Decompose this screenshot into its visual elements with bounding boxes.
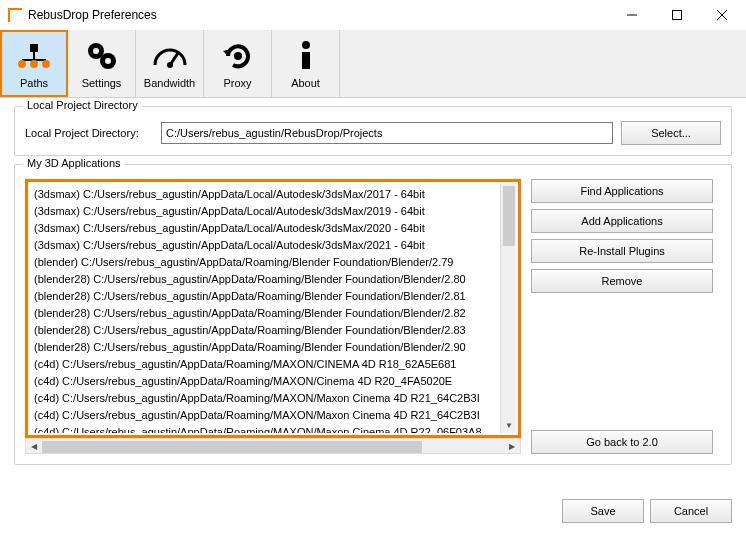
save-button[interactable]: Save	[562, 499, 644, 523]
tab-bandwidth[interactable]: Bandwidth	[136, 30, 204, 97]
add-applications-button[interactable]: Add Applications	[531, 209, 713, 233]
select-directory-button[interactable]: Select...	[621, 121, 721, 145]
applications-list[interactable]: (3dsmax) C:/Users/rebus_agustin/AppData/…	[30, 184, 516, 433]
svg-point-18	[302, 41, 310, 49]
tab-about-label: About	[291, 77, 320, 89]
list-item[interactable]: (blender28) C:/Users/rebus_agustin/AppDa…	[32, 305, 514, 322]
about-icon	[299, 39, 313, 73]
content: Local Project Directory Local Project Di…	[0, 98, 746, 483]
list-item[interactable]: (blender28) C:/Users/rebus_agustin/AppDa…	[32, 288, 514, 305]
svg-point-15	[167, 62, 173, 68]
proxy-icon	[223, 39, 253, 73]
scroll-thumb[interactable]	[503, 186, 515, 246]
list-item[interactable]: (3dsmax) C:/Users/rebus_agustin/AppData/…	[32, 220, 514, 237]
list-item[interactable]: (3dsmax) C:/Users/rebus_agustin/AppData/…	[32, 237, 514, 254]
list-item[interactable]: (blender) C:/Users/rebus_agustin/AppData…	[32, 254, 514, 271]
bandwidth-icon	[153, 39, 187, 73]
window-controls	[609, 0, 744, 30]
local-project-directory-input[interactable]	[161, 122, 613, 144]
my-3d-applications-group: My 3D Applications (3dsmax) C:/Users/reb…	[14, 164, 732, 465]
svg-point-12	[93, 48, 99, 54]
list-item[interactable]: (blender28) C:/Users/rebus_agustin/AppDa…	[32, 271, 514, 288]
svg-point-17	[234, 52, 242, 60]
applications-buttons: Find Applications Add Applications Re-In…	[531, 179, 713, 454]
window-title: RebusDrop Preferences	[28, 8, 609, 22]
scroll-down-icon[interactable]: ▼	[501, 417, 516, 433]
cancel-button[interactable]: Cancel	[650, 499, 732, 523]
hscroll-thumb[interactable]	[42, 441, 422, 453]
scroll-right-icon[interactable]: ▶	[504, 442, 520, 451]
svg-point-8	[30, 60, 38, 68]
tab-bandwidth-label: Bandwidth	[144, 77, 195, 89]
list-item[interactable]: (c4d) C:/Users/rebus_agustin/AppData/Roa…	[32, 390, 514, 407]
remove-button[interactable]: Remove	[531, 269, 713, 293]
tab-about[interactable]: About	[272, 30, 340, 97]
svg-point-9	[42, 60, 50, 68]
list-item[interactable]: (blender28) C:/Users/rebus_agustin/AppDa…	[32, 339, 514, 356]
list-item[interactable]: (c4d) C:/Users/rebus_agustin/AppData/Roa…	[32, 407, 514, 424]
list-item[interactable]: (c4d) C:/Users/rebus_agustin/AppData/Roa…	[32, 424, 514, 433]
footer: Save Cancel	[562, 499, 732, 523]
close-button[interactable]	[699, 0, 744, 30]
tab-proxy-label: Proxy	[223, 77, 251, 89]
horizontal-scrollbar[interactable]: ◀ ▶	[25, 438, 521, 454]
tab-settings-label: Settings	[82, 77, 122, 89]
scroll-left-icon[interactable]: ◀	[26, 442, 42, 451]
tab-paths-label: Paths	[20, 77, 48, 89]
settings-icon	[86, 39, 118, 73]
local-project-directory-label: Local Project Directory:	[25, 127, 153, 139]
minimize-button[interactable]	[609, 0, 654, 30]
tab-proxy[interactable]: Proxy	[204, 30, 272, 97]
svg-point-7	[18, 60, 26, 68]
group-title: My 3D Applications	[23, 157, 125, 169]
svg-rect-19	[302, 52, 310, 69]
maximize-button[interactable]	[654, 0, 699, 30]
app-icon	[8, 8, 22, 22]
find-applications-button[interactable]: Find Applications	[531, 179, 713, 203]
svg-rect-1	[672, 11, 681, 20]
toolbar: Paths Settings Bandwidth Proxy About	[0, 30, 746, 98]
tab-paths[interactable]: Paths	[0, 30, 68, 97]
local-project-directory-group: Local Project Directory Local Project Di…	[14, 106, 732, 156]
vertical-scrollbar[interactable]: ▲ ▼	[500, 184, 516, 433]
tab-settings[interactable]: Settings	[68, 30, 136, 97]
list-item[interactable]: (3dsmax) C:/Users/rebus_agustin/AppData/…	[32, 203, 514, 220]
reinstall-plugins-button[interactable]: Re-Install Plugins	[531, 239, 713, 263]
go-back-button[interactable]: Go back to 2.0	[531, 430, 713, 454]
svg-rect-4	[30, 44, 38, 52]
list-item[interactable]: (blender28) C:/Users/rebus_agustin/AppDa…	[32, 322, 514, 339]
applications-list-wrap: (3dsmax) C:/Users/rebus_agustin/AppData/…	[25, 179, 521, 438]
list-item[interactable]: (3dsmax) C:/Users/rebus_agustin/AppData/…	[32, 186, 514, 203]
paths-icon	[16, 39, 52, 73]
list-item[interactable]: (c4d) C:/Users/rebus_agustin/AppData/Roa…	[32, 373, 514, 390]
list-item[interactable]: (c4d) C:/Users/rebus_agustin/AppData/Roa…	[32, 356, 514, 373]
titlebar: RebusDrop Preferences	[0, 0, 746, 30]
svg-point-13	[105, 58, 111, 64]
group-title: Local Project Directory	[23, 99, 142, 111]
